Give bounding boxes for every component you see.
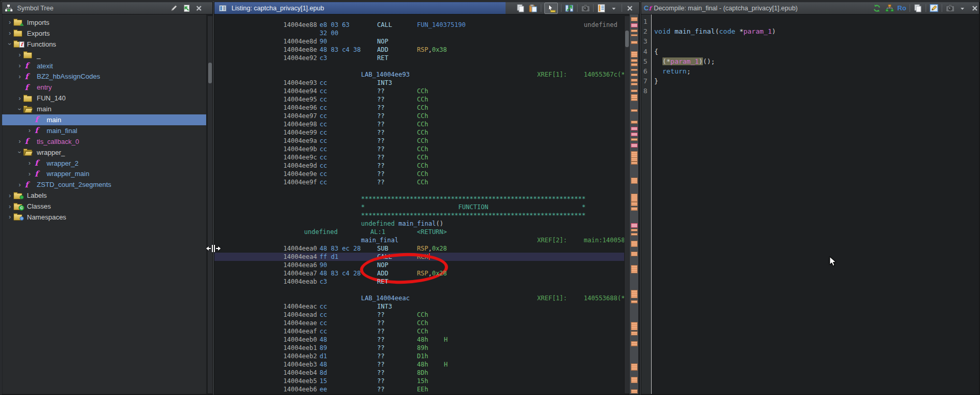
graph-icon[interactable]: [884, 3, 895, 13]
tree-item-namespaces[interactable]: ›Namespaces: [2, 212, 206, 223]
analysis-mark[interactable]: [631, 69, 638, 71]
analysis-mark[interactable]: [631, 30, 638, 32]
tree-item-_[interactable]: ›_: [2, 50, 206, 61]
config-icon[interactable]: [596, 3, 607, 13]
chevron-collapsed-icon[interactable]: ›: [26, 127, 33, 134]
camera-icon[interactable]: [945, 3, 955, 13]
decompile-line[interactable]: {: [654, 48, 979, 57]
listing-row[interactable]: 32 00: [214, 29, 624, 37]
listing-row[interactable]: 14004ee93ccINT3: [214, 79, 624, 87]
listing-row[interactable]: 14004eeaecc??CCh: [214, 319, 624, 327]
decompile-line[interactable]: (*param_1)();: [654, 57, 979, 67]
symbol-tree-scroll-thumb[interactable]: [208, 63, 212, 83]
chevron-expanded-icon[interactable]: ›: [16, 106, 23, 113]
analysis-mark[interactable]: [631, 389, 638, 393]
bookmark-mark[interactable]: [631, 223, 638, 228]
listing-row[interactable]: 14004ee96cc??CCh: [214, 104, 624, 112]
tree-item-functions[interactable]: ›fFunctions: [2, 39, 206, 50]
listing-row[interactable]: 14004eeb048??48hH: [214, 335, 624, 344]
analysis-mark[interactable]: [631, 121, 638, 124]
analysis-mark[interactable]: [631, 202, 638, 206]
listing-row[interactable]: undefinedAL:1<RETURN>: [214, 228, 624, 236]
listing-row[interactable]: 14004ee9ecc??CCh: [214, 170, 624, 178]
listing-row[interactable]: 14004ee98cc??CCh: [214, 120, 624, 128]
listing-row[interactable]: 14004eeb189??89h: [214, 344, 624, 352]
bookmark-mark[interactable]: [631, 143, 638, 148]
listing-row[interactable]: 14004ee9dcc??CCh: [214, 162, 624, 170]
chevron-expanded-icon[interactable]: ›: [6, 40, 13, 48]
analysis-mark[interactable]: [631, 138, 638, 141]
listing-row[interactable]: 14004ee9bcc??CCh: [214, 145, 624, 153]
decompile-line[interactable]: void main_final(code *param_1): [654, 27, 979, 37]
caret-icon[interactable]: [957, 3, 968, 13]
analysis-mark[interactable]: [631, 207, 638, 211]
analysis-mark[interactable]: [631, 79, 638, 82]
caret-icon[interactable]: [609, 3, 619, 13]
analysis-mark[interactable]: [631, 300, 638, 303]
listing-title-tab[interactable]: Listing: captcha_privacy[1].epub: [214, 2, 506, 14]
listing-row[interactable]: 14004eeadcc??CCh: [214, 311, 624, 319]
tree-item-labels[interactable]: ›Labels: [2, 190, 206, 201]
chevron-collapsed-icon[interactable]: ›: [26, 159, 33, 167]
tree-item-atexit[interactable]: ›fatexit: [2, 61, 206, 71]
close-icon[interactable]: [970, 3, 979, 13]
tree-item-classes[interactable]: ›CClasses: [2, 201, 206, 212]
tree-item-main[interactable]: ›main: [2, 104, 206, 114]
analysis-mark[interactable]: [631, 41, 638, 44]
listing-row[interactable]: 14004ee99cc??CCh: [214, 128, 624, 137]
analysis-mark[interactable]: [631, 290, 638, 298]
analysis-mark[interactable]: [631, 331, 638, 335]
listing-row[interactable]: 14004eeb515??15h: [214, 377, 624, 385]
listing-row[interactable]: 14004eeafcc??CCh: [214, 327, 624, 335]
decompile-line[interactable]: [654, 37, 979, 47]
analysis-mark[interactable]: [631, 252, 638, 256]
listing-row[interactable]: 14004eeacccINT3: [214, 302, 624, 311]
chevron-collapsed-icon[interactable]: ›: [6, 19, 13, 26]
listing-row[interactable]: 14004ee9ccc??CCh: [214, 153, 624, 162]
paste-icon[interactable]: [528, 3, 538, 13]
listing-row[interactable]: undefined main_final(): [214, 220, 624, 228]
export-icon[interactable]: [181, 3, 192, 13]
listing-row[interactable]: 14004ee9fcc??CCh: [214, 178, 624, 186]
close-icon[interactable]: [194, 3, 204, 13]
refresh-icon[interactable]: [872, 3, 882, 13]
tree-item-bz2_hbassigncodes[interactable]: ›fBZ2_hbAssignCodes: [2, 71, 206, 82]
analysis-mark[interactable]: [631, 51, 638, 57]
analysis-mark[interactable]: [631, 17, 638, 21]
edit-icon[interactable]: [929, 3, 939, 13]
listing-row[interactable]: 14004ee95cc??CCh: [214, 95, 624, 104]
chevron-collapsed-icon[interactable]: ›: [6, 203, 13, 210]
analysis-mark[interactable]: [631, 265, 638, 273]
listing-row[interactable]: [214, 286, 624, 294]
tree-item-imports[interactable]: ›Imports: [2, 17, 206, 28]
copy-icon[interactable]: [913, 3, 923, 13]
analysis-mark[interactable]: [631, 162, 638, 165]
listing-row[interactable]: LAB_14004eeacXREF[1]:140553688(*: [214, 294, 624, 302]
listing-row[interactable]: 14004eeb6ee??EEh: [214, 385, 624, 393]
listing-row[interactable]: 14004eea048 83 ec 28SUBRSP,0x28: [214, 244, 624, 253]
cursor-icon[interactable]: [544, 3, 558, 13]
tree-item-wrapper_[interactable]: ›wrapper_: [2, 147, 206, 158]
analysis-mark[interactable]: [631, 341, 638, 346]
tree-item-main[interactable]: fmain: [2, 114, 206, 125]
listing-header[interactable]: Listing: captcha_privacy[1].epub: [214, 2, 639, 14]
analysis-mark[interactable]: [631, 241, 638, 247]
decompile-line[interactable]: return;: [654, 67, 979, 77]
analysis-mark[interactable]: [631, 83, 638, 85]
chevron-collapsed-icon[interactable]: ›: [16, 138, 23, 145]
decompile-code[interactable]: void main_final(code *param_1){ (*param_…: [652, 14, 979, 394]
analysis-mark[interactable]: [631, 98, 638, 101]
listing-row[interactable]: 14004eeb2d1??D1h: [214, 352, 624, 360]
decompile-line[interactable]: [654, 18, 979, 27]
camera-icon[interactable]: [580, 3, 590, 13]
analysis-mark[interactable]: [631, 322, 638, 330]
analysis-mark[interactable]: [631, 34, 638, 36]
listing-row[interactable]: 14004eeb48d??8Dh: [214, 369, 624, 377]
chevron-collapsed-icon[interactable]: ›: [16, 73, 23, 80]
analysis-mark[interactable]: [631, 63, 638, 66]
analysis-mark[interactable]: [631, 229, 638, 231]
analysis-mark[interactable]: [631, 363, 638, 371]
chevron-collapsed-icon[interactable]: ›: [16, 51, 23, 58]
bookmark-mark[interactable]: [631, 127, 638, 130]
listing-row[interactable]: [214, 62, 624, 70]
